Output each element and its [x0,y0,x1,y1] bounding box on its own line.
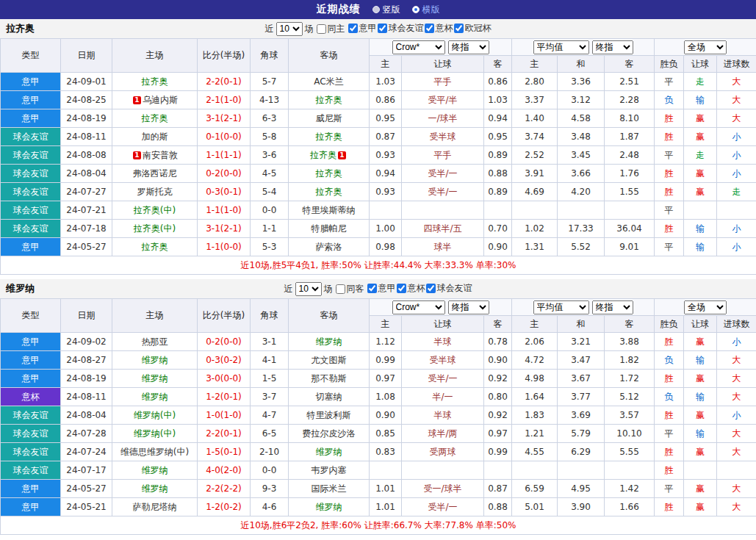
home-team-name[interactable]: 萨勒尼塔纳 [133,502,177,512]
home-team[interactable]: 1南安普敦 [112,146,198,165]
final-odds-select[interactable]: 终指 [448,40,489,54]
final-odds-select-2[interactable]: 终指 [592,40,633,54]
final-odds-select[interactable]: 终指 [448,300,489,314]
away-team[interactable]: 拉齐奥 [289,183,370,201]
away-team-name[interactable]: 特里波利斯 [307,410,351,420]
away-team[interactable]: 拉齐奥 [289,165,370,183]
away-team-name[interactable]: 切塞纳 [316,392,342,402]
home-team[interactable]: 拉齐奥 [112,73,198,91]
league-filter-意甲[interactable]: 意甲 [348,22,377,35]
home-team-name[interactable]: 拉齐奥(中) [134,205,176,215]
home-team[interactable]: 热那亚 [112,333,198,351]
home-team[interactable]: 拉齐奥 [112,109,198,128]
home-team[interactable]: 拉齐奥(中) [112,201,198,220]
league-checkbox[interactable] [454,24,464,33]
average-select[interactable]: 平均值 [533,300,589,314]
away-team-name[interactable]: 费拉尔皮沙洛 [303,428,356,439]
away-team-name[interactable]: 维罗纳 [316,336,342,347]
home-team-name[interactable]: 加的斯 [142,132,168,142]
home-team[interactable]: 维罗纳(中) [112,425,198,443]
final-odds-select-2[interactable]: 终指 [592,300,633,314]
away-team[interactable]: 韦罗内塞 [289,461,370,480]
league-filter-欧冠杯[interactable]: 欧冠杯 [453,22,492,35]
away-team[interactable]: 拉齐奥 [289,128,370,146]
away-team[interactable]: 萨索洛 [289,238,370,256]
league-checkbox[interactable] [367,284,377,293]
away-team-name[interactable]: 维罗纳 [316,502,342,512]
away-team-name[interactable]: 威尼斯 [316,113,342,123]
away-team-name[interactable]: 国际米兰 [312,483,347,494]
home-team[interactable]: 1乌迪内斯 [112,91,198,109]
away-team-name[interactable]: 萨索洛 [316,242,342,252]
average-select[interactable]: 平均值 [533,40,589,54]
league-checkbox[interactable] [378,24,387,33]
home-team[interactable]: 维罗纳 [112,351,198,370]
away-team[interactable]: 拉齐奥1 [289,146,370,165]
home-team[interactable]: 维罗纳 [112,388,198,406]
home-team-name[interactable]: 罗斯托克 [137,187,173,197]
league-checkbox[interactable] [426,284,436,293]
home-team[interactable]: 维罗纳 [112,461,198,480]
home-team[interactable]: 加的斯 [112,128,198,146]
home-team-name[interactable]: 乌迪内斯 [143,95,178,105]
home-team[interactable]: 萨勒尼塔纳 [112,498,198,516]
layout-radio-horizontal[interactable]: 横版 [412,4,440,16]
away-team[interactable]: 特腊帕尼 [289,220,370,238]
home-team[interactable]: 维德思维罗纳(中) [112,443,198,461]
away-team-name[interactable]: 拉齐奥 [310,150,336,160]
away-team-name[interactable]: 韦罗内塞 [312,465,347,475]
away-team[interactable]: 切塞纳 [289,388,370,406]
home-team[interactable]: 弗洛西诺尼 [112,165,198,183]
home-team[interactable]: 罗斯托克 [112,183,198,201]
home-team-name[interactable]: 维罗纳 [142,373,168,384]
league-filter-意杯[interactable]: 意杯 [424,22,453,35]
away-team[interactable]: 特里波利斯 [289,406,370,425]
home-team-name[interactable]: 维罗纳 [142,465,168,475]
league-checkbox[interactable] [397,284,406,293]
match-count-select[interactable]: 10 [276,22,303,36]
league-checkbox[interactable] [425,24,434,33]
league-filter-意甲[interactable]: 意甲 [367,282,396,295]
home-team-name[interactable]: 维罗纳 [142,483,168,494]
league-filter-意杯[interactable]: 意杯 [396,282,425,295]
home-team-name[interactable]: 维罗纳 [142,355,168,365]
same-venue-filter[interactable]: 同主 [316,23,345,35]
away-team[interactable]: 费拉尔皮沙洛 [289,425,370,443]
home-team-name[interactable]: 南安普敦 [143,150,178,160]
away-team[interactable]: 威尼斯 [289,109,370,128]
league-filter-球会友谊[interactable]: 球会友谊 [377,22,424,35]
away-team-name[interactable]: AC米兰 [314,76,343,87]
away-team[interactable]: 拉齐奥 [289,91,370,109]
league-checkbox[interactable] [348,24,358,33]
odds-company-select[interactable]: Crow* [392,40,445,54]
same-venue-checkbox[interactable] [336,284,345,294]
away-team-name[interactable]: 拉齐奥 [316,168,342,179]
home-team-name[interactable]: 拉齐奥 [142,242,168,252]
league-filter-球会友谊[interactable]: 球会友谊 [425,282,472,295]
away-team[interactable]: 维罗纳 [289,498,370,516]
fullmatch-select[interactable]: 全场 [684,300,727,314]
away-team-name[interactable]: 维罗纳 [316,447,342,457]
layout-radio-vertical[interactable]: 竖版 [372,4,400,16]
home-team-name[interactable]: 拉齐奥 [142,113,168,123]
away-team[interactable]: 特里埃斯蒂纳 [289,201,370,220]
home-team-name[interactable]: 维罗纳 [142,392,168,402]
away-team[interactable]: 尤文图斯 [289,351,370,370]
same-venue-checkbox[interactable] [317,24,326,34]
away-team-name[interactable]: 拉齐奥 [316,132,342,142]
home-team[interactable]: 拉齐奥 [112,238,198,256]
home-team[interactable]: 维罗纳 [112,480,198,498]
home-team-name[interactable]: 维罗纳(中) [134,410,176,420]
home-team-name[interactable]: 拉齐奥(中) [134,223,176,234]
away-team-name[interactable]: 拉齐奥 [316,187,342,197]
away-team[interactable]: AC米兰 [289,73,370,91]
odds-company-select[interactable]: Crow* [392,300,445,314]
home-team-name[interactable]: 拉齐奥 [142,76,168,87]
match-count-select[interactable]: 10 [295,282,322,296]
home-team[interactable]: 维罗纳(中) [112,406,198,425]
away-team-name[interactable]: 拉齐奥 [316,95,342,105]
home-team-name[interactable]: 热那亚 [142,336,168,347]
home-team-name[interactable]: 维德思维罗纳(中) [120,447,189,457]
away-team[interactable]: 那不勒斯 [289,370,370,388]
home-team[interactable]: 拉齐奥(中) [112,220,198,238]
